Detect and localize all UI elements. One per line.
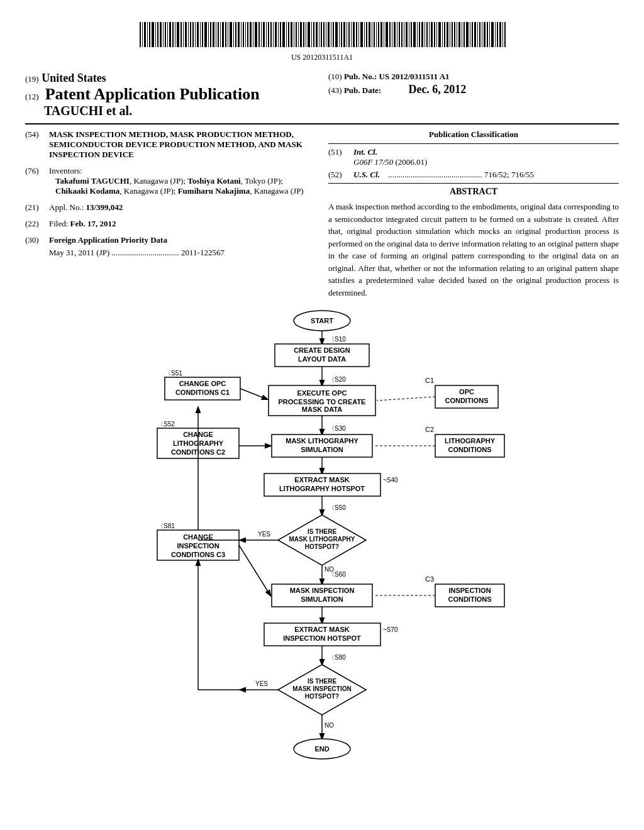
inventors-list: Takafumi TAGUCHI, Kanagawa (JP); Toshiya… (55, 176, 316, 196)
svg-rect-8 (160, 22, 162, 47)
flowchart-section: START 〈S10 CREATE DESIGN LAYOUT DATA 〈S2… (25, 305, 619, 789)
svg-rect-84 (351, 22, 352, 47)
int-cl-year: (2006.01) (395, 157, 427, 167)
svg-rect-102 (397, 22, 397, 47)
svg-rect-99 (389, 22, 391, 47)
svg-rect-83 (348, 22, 350, 47)
svg-rect-91 (369, 22, 370, 47)
svg-rect-66 (306, 22, 306, 47)
svg-rect-25 (202, 22, 203, 47)
foreign-num: (30) (25, 235, 44, 258)
svg-rect-131 (470, 22, 470, 47)
svg-rect-67 (308, 22, 310, 47)
svg-rect-21 (192, 22, 194, 47)
change-insp-label3: CONDITIONS C3 (171, 551, 225, 558)
svg-rect-50 (266, 22, 267, 47)
inventors-section: (76) Inventors: Takafumi TAGUCHI, Kanaga… (25, 166, 316, 196)
svg-rect-33 (222, 22, 224, 47)
no2-text: NO (325, 722, 334, 729)
svg-rect-4 (149, 22, 150, 47)
svg-rect-14 (175, 22, 175, 47)
svg-rect-41 (243, 22, 244, 47)
svg-rect-132 (472, 22, 473, 47)
svg-rect-24 (200, 22, 201, 47)
svg-rect-85 (353, 22, 355, 47)
svg-rect-28 (210, 22, 211, 47)
foreign-content: Foreign Application Priority Data May 31… (49, 235, 316, 258)
insp-cond-label1: INSPECTION (448, 587, 491, 594)
svg-rect-141 (495, 22, 496, 47)
svg-rect-117 (434, 22, 435, 47)
inventors-content: Inventors: Takafumi TAGUCHI, Kanagawa (J… (49, 166, 316, 196)
svg-rect-26 (204, 22, 207, 47)
list-item: Takafumi TAGUCHI, Kanagawa (JP); Toshiya… (55, 176, 316, 196)
svg-rect-136 (482, 22, 482, 47)
svg-rect-63 (298, 22, 299, 47)
appl-label: Appl. No.: (49, 202, 84, 212)
extract-litho-label1: EXTRACT MASK (294, 476, 349, 484)
foreign-section: (30) Foreign Application Priority Data M… (25, 235, 316, 258)
svg-rect-92 (372, 22, 372, 47)
svg-rect-96 (380, 22, 382, 47)
svg-rect-123 (450, 22, 450, 47)
svg-rect-44 (250, 22, 252, 47)
main-divider (25, 123, 619, 124)
int-cl-num: (51) (328, 147, 347, 167)
filed-section: (22) Filed: Feb. 17, 2012 (25, 219, 316, 229)
svg-rect-29 (213, 22, 214, 47)
patent-number: US 20120311511A1 (25, 53, 619, 62)
svg-rect-93 (374, 22, 375, 47)
appl-no: 13/399,042 (86, 202, 123, 212)
svg-rect-2 (144, 22, 146, 47)
svg-rect-58 (286, 22, 287, 47)
svg-rect-82 (347, 22, 347, 47)
foreign-entry: May 31, 2011 (JP) ......................… (49, 248, 316, 258)
header-right: (10) Pub. No.: US 2012/0311511 A1 (43) P… (316, 72, 619, 96)
pub-classification: Publication Classification (328, 130, 619, 140)
svg-rect-11 (167, 22, 168, 47)
svg-rect-121 (444, 22, 445, 47)
svg-rect-109 (413, 22, 416, 47)
svg-rect-46 (255, 22, 257, 47)
svg-rect-16 (180, 22, 182, 47)
svg-rect-145 (504, 22, 506, 47)
svg-rect-32 (220, 22, 221, 47)
execute-opc-label3: MASK DATA (302, 406, 342, 413)
insp-cond-label2: CONDITIONS (448, 595, 491, 603)
svg-rect-78 (335, 22, 338, 47)
svg-rect-90 (366, 22, 367, 47)
svg-rect-17 (183, 22, 184, 47)
main-content: (54) MASK INSPECTION METHOD, MASK PRODUC… (25, 130, 619, 299)
svg-rect-97 (384, 22, 384, 47)
s51-label: 〈S51 (165, 370, 182, 377)
svg-rect-71 (319, 22, 319, 47)
s20-label: 〈S20 (328, 376, 346, 383)
is-insp-label1: IS THERE (308, 678, 336, 685)
svg-rect-1 (142, 22, 143, 47)
svg-rect-69 (313, 22, 314, 47)
pub-no-num: (10) (328, 72, 342, 81)
page: US 20120311511A1 (19) United States (12)… (0, 0, 644, 802)
svg-rect-86 (356, 22, 357, 47)
yes1-label: YES (258, 531, 270, 538)
c1-label: C1 (425, 377, 434, 384)
c3-label: C3 (425, 575, 434, 583)
int-cl-row: G06F 17/50 (2006.01) (353, 157, 427, 167)
change-opc-label2: CONDITIONS C1 (175, 389, 230, 396)
svg-rect-133 (474, 22, 476, 47)
barcode-area: US 20120311511A1 (25, 13, 619, 72)
us-cl-value: 716/52; 716/55 (484, 170, 534, 179)
extract-insp-label1: EXTRACT MASK (294, 626, 349, 633)
svg-rect-76 (331, 22, 331, 47)
svg-rect-105 (404, 22, 404, 47)
litho-cond-label1: LITHOGRAPHY (445, 437, 496, 445)
abstract-title: ABSTRACT (328, 187, 619, 197)
svg-rect-114 (426, 22, 428, 47)
svg-rect-79 (339, 22, 340, 47)
svg-rect-107 (409, 22, 409, 47)
change-opc-label1: CHANGE OPC (179, 380, 226, 387)
svg-rect-100 (392, 22, 392, 47)
svg-rect-61 (294, 22, 294, 47)
s70-label: ~S70 (383, 626, 398, 633)
svg-rect-70 (316, 22, 318, 47)
